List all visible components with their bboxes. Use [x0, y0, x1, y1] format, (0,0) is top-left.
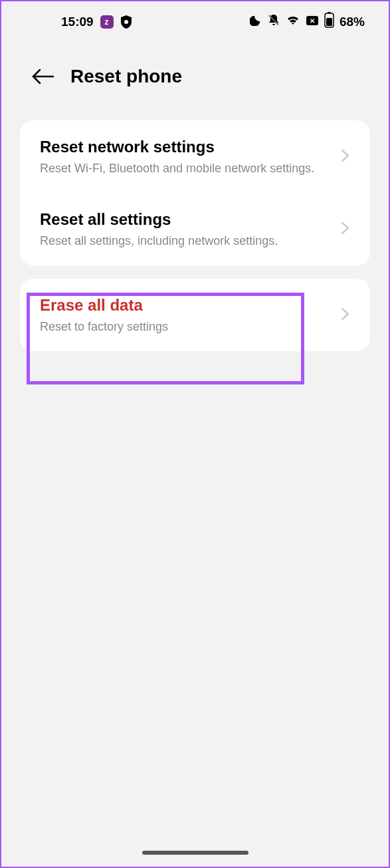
chevron-right-icon	[341, 148, 350, 166]
bell-mute-icon	[267, 13, 280, 30]
item-content: Erase all data Reset to factory settings	[40, 296, 333, 334]
chevron-right-icon	[341, 220, 350, 239]
item-subtitle: Reset Wi-Fi, Bluetooth and mobile networ…	[40, 162, 333, 176]
svg-point-0	[124, 20, 128, 24]
item-subtitle: Reset all settings, including network se…	[40, 234, 333, 248]
header: Reset phone	[1, 39, 389, 107]
status-right: ✕ 68%	[250, 12, 365, 31]
moon-icon	[250, 14, 262, 29]
svg-rect-7	[326, 18, 332, 26]
status-left: 15:09 z	[61, 15, 132, 29]
page-title: Reset phone	[70, 66, 182, 87]
item-title: Reset network settings	[40, 138, 333, 156]
chevron-right-icon	[341, 306, 350, 325]
settings-card-1: Reset network settings Reset Wi-Fi, Blue…	[20, 120, 370, 265]
reset-network-settings-item[interactable]: Reset network settings Reset Wi-Fi, Blue…	[20, 120, 370, 193]
item-content: Reset all settings Reset all settings, i…	[40, 210, 333, 248]
settings-card-2: Erase all data Reset to factory settings	[20, 279, 370, 351]
status-time: 15:09	[61, 15, 94, 29]
erase-all-data-item[interactable]: Erase all data Reset to factory settings	[20, 279, 370, 351]
item-title: Erase all data	[40, 296, 333, 315]
item-title: Reset all settings	[40, 210, 333, 229]
wifi-icon	[286, 14, 300, 29]
back-button[interactable]	[31, 67, 54, 86]
item-content: Reset network settings Reset Wi-Fi, Blue…	[40, 138, 333, 176]
svg-text:✕: ✕	[310, 17, 315, 25]
battery-icon	[324, 12, 334, 31]
navigation-bar-handle[interactable]	[142, 851, 248, 855]
shield-icon	[120, 15, 132, 29]
battery-percent: 68%	[340, 15, 365, 29]
app-z-icon: z	[100, 15, 114, 29]
item-subtitle: Reset to factory settings	[40, 320, 333, 334]
status-bar: 15:09 z	[1, 1, 389, 39]
reset-all-settings-item[interactable]: Reset all settings Reset all settings, i…	[20, 193, 370, 265]
network-icon: ✕	[306, 15, 319, 29]
